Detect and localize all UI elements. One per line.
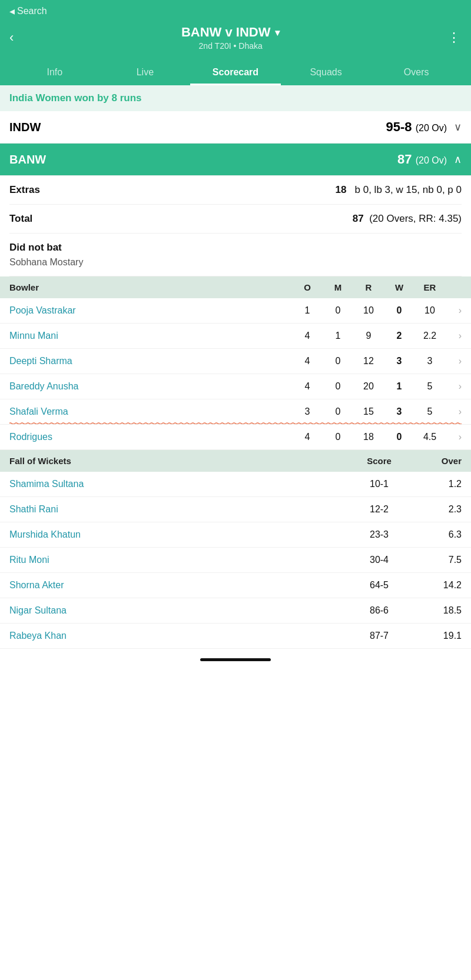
bowler-row-2[interactable]: Minnu Mani 4 1 9 2 2.2 › [0, 324, 471, 349]
bowlers-table: Bowler O M R W ER Pooja Vastrakar 1 0 10… [0, 276, 471, 450]
fow-title-header: Fall of Wickets [9, 456, 344, 466]
result-text: India Women won by 8 runs [9, 92, 142, 104]
innings-row-banw[interactable]: BANW 87 (20 Ov) ∧ [0, 144, 471, 176]
indw-score-value: 95-8 [386, 119, 412, 134]
bowler-row-5[interactable]: Shafali Verma 3 0 15 3 5 › [0, 399, 471, 425]
bowler3-m: 0 [323, 356, 353, 366]
tab-scorecard[interactable]: Scorecard [190, 61, 281, 85]
fow-score-4: 30-4 [344, 555, 414, 565]
fow-row-6[interactable]: Nigar Sultana 86-6 18.5 [0, 598, 471, 624]
fow-over-header: Over [414, 456, 462, 466]
innings-row-indw[interactable]: INDW 95-8 (20 Ov) ∨ [0, 111, 471, 144]
bowler-row-3[interactable]: Deepti Sharma 4 0 12 3 3 › [0, 349, 471, 374]
bowler1-arrow-icon[interactable]: › [445, 305, 462, 316]
bowler6-w: 0 [384, 432, 414, 442]
fow-score-5: 64-5 [344, 580, 414, 591]
more-options-icon[interactable]: ⋮ [447, 30, 462, 45]
total-detail: (20 Overs, RR: 4.35) [369, 213, 462, 224]
bowler-name-2[interactable]: Minnu Mani [9, 331, 292, 341]
search-label[interactable]: Search [17, 6, 47, 16]
banw-team-name: BANW [9, 153, 46, 166]
tab-live[interactable]: Live [100, 61, 191, 85]
bowler3-w: 3 [384, 356, 414, 366]
bowler-name-1[interactable]: Pooja Vastrakar [9, 305, 292, 316]
fow-over-1: 1.2 [414, 479, 462, 489]
bowler2-arrow-icon[interactable]: › [445, 331, 462, 341]
bowler3-arrow-icon[interactable]: › [445, 356, 462, 366]
economy-col-header: ER [414, 282, 445, 292]
fow-score-3: 23-3 [344, 529, 414, 540]
bowler-name-5[interactable]: Shafali Verma [9, 406, 292, 417]
bowler2-r: 9 [353, 331, 384, 341]
fow-row-7[interactable]: Rabeya Khan 87-7 19.1 [0, 624, 471, 649]
fow-row-5[interactable]: Shorna Akter 64-5 14.2 [0, 573, 471, 598]
fow-player-3[interactable]: Murshida Khatun [9, 529, 344, 540]
fow-player-4[interactable]: Ritu Moni [9, 555, 344, 565]
total-label: Total [9, 213, 32, 225]
bowler5-o: 3 [292, 406, 323, 417]
bowler6-arrow-icon[interactable]: › [445, 432, 462, 442]
fow-over-7: 19.1 [414, 631, 462, 641]
bowler1-m: 0 [323, 305, 353, 316]
bowler6-o: 4 [292, 432, 323, 442]
bowler-name-3[interactable]: Deepti Sharma [9, 356, 292, 366]
bowler-row-6[interactable]: Rodrigues 4 0 18 0 4.5 › [0, 425, 471, 450]
fow-player-7[interactable]: Rabeya Khan [9, 631, 344, 641]
match-teams: BANW v INDW [181, 25, 271, 40]
fow-row-4[interactable]: Ritu Moni 30-4 7.5 [0, 548, 471, 573]
runs-col-header: R [353, 282, 384, 292]
bowler2-o: 4 [292, 331, 323, 341]
fow-player-1[interactable]: Shamima Sultana [9, 479, 344, 489]
fow-player-6[interactable]: Nigar Sultana [9, 605, 344, 616]
fow-row-1[interactable]: Shamima Sultana 10-1 1.2 [0, 472, 471, 497]
bowler4-w: 1 [384, 381, 414, 392]
bowler2-er: 2.2 [414, 331, 445, 341]
indw-chevron-icon: ∨ [454, 121, 462, 134]
bowler-row-1[interactable]: Pooja Vastrakar 1 0 10 0 10 › [0, 298, 471, 324]
tab-overs[interactable]: Overs [371, 61, 462, 85]
search-back-icon: ◂ [9, 5, 15, 18]
bowler-name-4[interactable]: Bareddy Anusha [9, 381, 292, 392]
bowler-name-6[interactable]: Rodrigues [9, 432, 292, 442]
bowler-col-header: Bowler [9, 282, 292, 292]
fow-row-3[interactable]: Murshida Khatun 23-3 6.3 [0, 522, 471, 548]
bowler3-o: 4 [292, 356, 323, 366]
fow-player-2[interactable]: Shathi Rani [9, 504, 344, 515]
fow-row-2[interactable]: Shathi Rani 12-2 2.3 [0, 497, 471, 522]
fow-over-5: 14.2 [414, 580, 462, 591]
extras-label: Extras [9, 184, 40, 196]
match-dropdown-icon[interactable]: ▾ [275, 27, 280, 38]
dnb-title: Did not bat [9, 242, 462, 254]
bowler3-er: 3 [414, 356, 445, 366]
extras-row: Extras 18 b 0, lb 3, w 15, nb 0, p 0 [9, 176, 462, 205]
total-number: 87 [353, 213, 364, 224]
banw-chevron-icon: ∧ [454, 153, 462, 166]
bowler2-m: 1 [323, 331, 353, 341]
fow-score-7: 87-7 [344, 631, 414, 641]
fall-of-wickets-table: Fall of Wickets Score Over Shamima Sulta… [0, 450, 471, 649]
fow-player-5[interactable]: Shorna Akter [9, 580, 344, 591]
tab-info[interactable]: Info [9, 61, 100, 85]
back-button[interactable]: ‹ [9, 30, 14, 45]
bowler1-r: 10 [353, 305, 384, 316]
fow-score-header: Score [344, 456, 414, 466]
bowler4-arrow-icon[interactable]: › [445, 381, 462, 392]
match-header: ‹ BANW v INDW ▾ 2nd T20I • Dhaka ⋮ Info … [0, 18, 471, 85]
overs-col-header: O [292, 282, 323, 292]
bowler4-m: 0 [323, 381, 353, 392]
bowler-row-4[interactable]: Bareddy Anusha 4 0 20 1 5 › [0, 374, 471, 399]
tab-squads[interactable]: Squads [281, 61, 372, 85]
bowler5-m: 0 [323, 406, 353, 417]
fow-over-2: 2.3 [414, 504, 462, 515]
bowler2-w: 2 [384, 331, 414, 341]
home-indicator [200, 658, 271, 661]
banw-score-value: 87 [397, 152, 412, 166]
fow-over-6: 18.5 [414, 605, 462, 616]
bowler4-er: 5 [414, 381, 445, 392]
bowler5-r: 15 [353, 406, 384, 417]
bowlers-table-header: Bowler O M R W ER [0, 276, 471, 298]
bowler5-arrow-icon[interactable]: › [445, 406, 462, 417]
dnb-players: Sobhana Mostary [9, 257, 462, 268]
extras-number: 18 [335, 184, 346, 195]
indw-team-name: INDW [9, 121, 41, 134]
